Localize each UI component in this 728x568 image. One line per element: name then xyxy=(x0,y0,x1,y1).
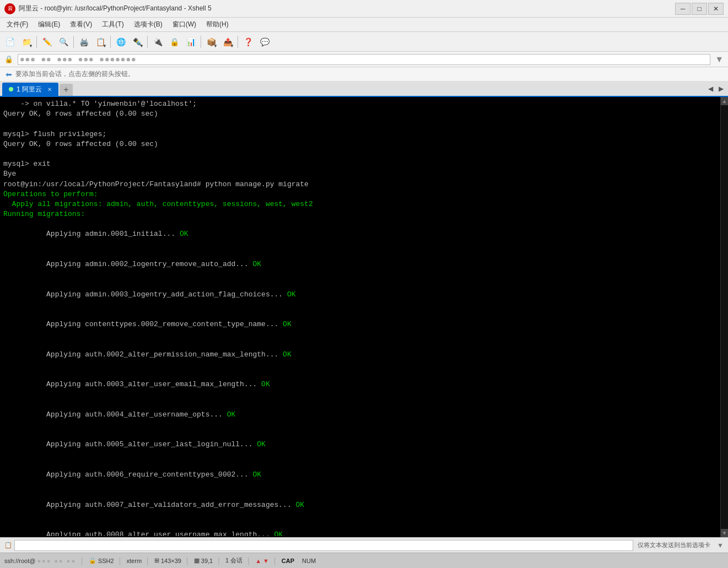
term-line: Applying contenttypes.0002_remove_conten… xyxy=(3,310,710,340)
new-tab-button[interactable]: + xyxy=(60,84,73,96)
term-line: Applying auth.0005_alter_user_last_login… xyxy=(3,430,710,460)
terminal-wrapper: -> on villa.* TO 'yinwenbin'@'localhost'… xyxy=(0,97,728,537)
print-btn[interactable]: 🖨️ xyxy=(76,34,91,50)
cap-label: CAP xyxy=(282,558,294,564)
find-btn[interactable]: 🔍 xyxy=(56,34,71,50)
network-btn[interactable]: 🌐 xyxy=(113,34,128,50)
address-input[interactable] xyxy=(18,54,710,65)
window-title: 阿里云 - root@yin: /usr/local/PythonProject… xyxy=(19,4,675,13)
status-sep-7: │ xyxy=(273,558,277,564)
term-line xyxy=(3,119,710,129)
ssh2-badge: 🔒 SSH2 xyxy=(89,557,114,564)
tab-prev-icon[interactable]: ◀ xyxy=(706,84,715,94)
status-sep-4: │ xyxy=(186,558,190,564)
term-line: Applying auth.0008_alter_user_username_m… xyxy=(3,520,710,536)
minimize-button[interactable]: ─ xyxy=(675,3,691,15)
xfer-btn[interactable]: 📤▼ xyxy=(220,34,235,50)
menu-window[interactable]: 窗口(W) xyxy=(168,19,201,30)
hint-arrow-icon: ⬅ xyxy=(6,70,12,79)
toolbar: 📄 📁▼ ✏️ 🔍 🖨️ 📋▼ 🌐 ✒️▼ 🔌 🔒 📊 📦▼ 📤▼ ❓ 💬 xyxy=(0,32,728,52)
num-lock-indicator: NUM xyxy=(299,558,316,564)
caps-lock-indicator: CAP xyxy=(282,558,294,564)
term-line: Applying admin.0002_logentry_remove_auto… xyxy=(3,250,710,280)
term-line: root@yin:/usr/local/PythonProject/Fantas… xyxy=(3,180,710,190)
ssh-host-blurred: ●●● ●● ●● xyxy=(37,558,76,564)
term-line: Query OK, 0 rows affected (0.00 sec) xyxy=(3,139,710,149)
connect-btn[interactable]: 🔌 xyxy=(150,34,165,50)
down-arrow-icon[interactable]: ▼ xyxy=(263,558,269,564)
term-line: Applying admin.0003_logentry_add_action_… xyxy=(3,279,710,310)
session-count-text: 1 会话 xyxy=(225,556,242,565)
size-text: 143×39 xyxy=(161,558,181,564)
package-btn[interactable]: 📦▼ xyxy=(203,34,219,50)
tab-next-icon[interactable]: ▶ xyxy=(716,84,726,94)
num-label: NUM xyxy=(302,558,316,564)
lock-btn[interactable]: 🔒 xyxy=(166,34,182,50)
menu-edit[interactable]: 编辑(E) xyxy=(34,19,64,30)
tab-close-icon[interactable]: ✕ xyxy=(47,86,52,93)
menu-tabs[interactable]: 选项卡(B) xyxy=(130,19,167,30)
close-button[interactable]: ✕ xyxy=(708,3,724,15)
size-icon: ⊞ xyxy=(154,557,159,564)
hint-text: 要添加当前会话，点击左侧的箭头按钮。 xyxy=(15,69,134,79)
term-line: Applying auth.0007_alter_validators_add_… xyxy=(3,490,710,520)
bottom-status-bar: ssh://root@ ●●● ●● ●● │ 🔒 SSH2 │ xterm │… xyxy=(0,553,728,568)
chat-btn[interactable]: 💬 xyxy=(257,34,272,50)
tab-label: 1 阿里云 xyxy=(17,85,42,94)
scroll-down-btn[interactable]: ▼ xyxy=(721,529,728,537)
scroll-down-icon[interactable]: ▼ xyxy=(715,55,724,64)
open-btn[interactable]: 📁▼ xyxy=(19,34,34,50)
title-bar: 云 阿里云 - root@yin: /usr/local/PythonProje… xyxy=(0,0,728,18)
term-line xyxy=(3,149,710,159)
app-icon: 云 xyxy=(4,3,15,14)
menu-file[interactable]: 文件(F) xyxy=(2,19,33,30)
tab-nav: ◀ ▶ xyxy=(706,84,726,94)
send-input[interactable] xyxy=(14,540,633,551)
format-btn[interactable]: ✒️▼ xyxy=(130,34,145,50)
term-line: Applying auth.0003_alter_user_email_max_… xyxy=(3,370,710,400)
term-line: Apply all migrations: admin, auth, conte… xyxy=(3,199,710,209)
term-line: Applying auth.0006_require_contenttypes_… xyxy=(3,460,710,490)
ssh2-label: SSH2 xyxy=(98,558,114,564)
edit-btn[interactable]: ✏️ xyxy=(39,34,55,50)
terminal-size: ⊞ 143×39 xyxy=(154,557,181,564)
scroll-up-btn[interactable]: ▲ xyxy=(721,97,728,105)
send-hint-icon: 📋 xyxy=(4,542,12,549)
scroll-indicator-icon[interactable]: ▼ xyxy=(717,542,724,549)
term-line: Applying admin.0001_initial... OK xyxy=(3,219,710,250)
terminal[interactable]: -> on villa.* TO 'yinwenbin'@'localhost'… xyxy=(0,97,720,536)
new-btn[interactable]: 📄 xyxy=(2,34,18,50)
restore-button[interactable]: □ xyxy=(692,3,707,15)
window-controls: ─ □ ✕ xyxy=(675,3,724,15)
xterm-label: xterm xyxy=(127,558,142,564)
menu-help[interactable]: 帮助(H) xyxy=(202,19,233,30)
tab-status-dot xyxy=(9,87,13,91)
ssh-status: ssh://root@ ●●● ●● ●● xyxy=(4,558,76,564)
vertical-scrollbar[interactable]: ▲ ▼ xyxy=(720,97,728,537)
lock-icon: 🔒 xyxy=(4,55,13,63)
term-line: Operations to perform: xyxy=(3,190,710,199)
term-line: mysql> exit xyxy=(3,159,710,169)
menu-tools[interactable]: 工具(T) xyxy=(98,19,128,30)
position-icon: ▦ xyxy=(194,557,199,564)
xterm-text: xterm xyxy=(127,558,142,564)
term-line: Applying auth.0004_alter_username_opts..… xyxy=(3,400,710,430)
chart-btn[interactable]: 📊 xyxy=(183,34,198,50)
copy-btn[interactable]: 📋▼ xyxy=(93,34,108,50)
status-sep-2: │ xyxy=(118,558,122,564)
active-tab[interactable]: 1 阿里云 ✕ xyxy=(2,83,58,96)
term-line: Bye xyxy=(3,169,710,179)
menu-view[interactable]: 查看(V) xyxy=(66,19,96,30)
up-arrow-icon[interactable]: ▲ xyxy=(255,558,261,564)
status-sep-5: │ xyxy=(217,558,221,564)
term-line: Applying auth.0002_alter_permission_name… xyxy=(3,340,710,370)
scroll-arrows[interactable]: ▲ ▼ xyxy=(255,558,269,564)
lock-small-icon: 🔒 xyxy=(89,557,96,564)
status-sep-1: │ xyxy=(80,558,84,564)
tab-bar: 1 阿里云 ✕ + ◀ ▶ xyxy=(0,82,728,97)
help-btn[interactable]: ❓ xyxy=(240,34,256,50)
position-text: 39,1 xyxy=(201,558,213,564)
term-line: Running migrations: xyxy=(3,209,710,219)
status-sep-6: │ xyxy=(247,558,251,564)
status-sep-3: │ xyxy=(146,558,150,564)
